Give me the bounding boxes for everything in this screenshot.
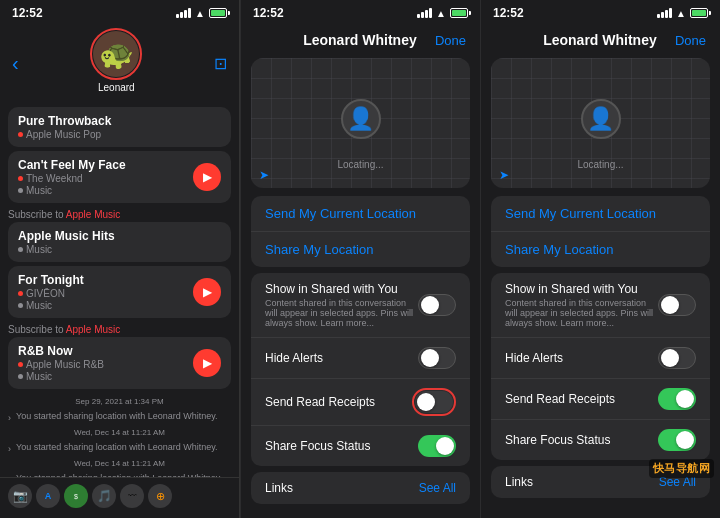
links-label: Links — [505, 475, 533, 489]
settings-section: Show in Shared with You Content shared i… — [491, 273, 710, 460]
setting-row-focus: Share Focus Status — [251, 426, 470, 466]
list-item[interactable]: Can't Feel My Face The Weeknd Music ▶ — [8, 151, 231, 203]
search-icon-btn[interactable]: ⊕ — [148, 484, 172, 508]
camera-icon-btn[interactable]: 📷 — [8, 484, 32, 508]
toggle-hide-alerts[interactable] — [658, 347, 696, 369]
toggle-highlight — [412, 388, 456, 416]
contact-detail-panel-2: 12:52 ▲ Leonard Whitney Done 👤 Locating.… — [240, 0, 480, 518]
battery-icon — [690, 8, 708, 18]
input-bar: 📷 A $ 🎵 〰 ⊕ — [0, 477, 239, 518]
toggle-read-receipts[interactable] — [415, 391, 453, 413]
done-button[interactable]: Done — [435, 33, 466, 48]
list-item[interactable]: Pure Throwback Apple Music Pop — [8, 107, 231, 147]
setting-row-shared: Show in Shared with You Content shared i… — [491, 273, 710, 338]
send-location-button[interactable]: Send My Current Location — [251, 196, 470, 232]
wifi-icon: ▲ — [676, 8, 686, 19]
arrow-icon: › — [8, 444, 11, 454]
setting-row-shared: Show in Shared with You Content shared i… — [251, 273, 470, 338]
music-icon-btn[interactable]: 🎵 — [92, 484, 116, 508]
list-item[interactable]: Apple Music Hits Music — [8, 222, 231, 262]
locating-label: Locating... — [337, 159, 383, 170]
setting-row-focus: Share Focus Status — [491, 420, 710, 460]
nav-right-icons: ⊡ — [214, 54, 227, 73]
contact-title: Leonard Whitney — [303, 32, 417, 48]
status-bar: 12:52 ▲ — [481, 0, 720, 24]
toggle-focus-status[interactable] — [658, 429, 696, 451]
music-dot — [18, 188, 23, 193]
arrow-icon: › — [8, 413, 11, 423]
watermark: 快马导航网 — [649, 459, 715, 478]
battery-icon — [450, 8, 468, 18]
location-actions: Send My Current Location Share My Locati… — [251, 196, 470, 267]
done-button[interactable]: Done — [675, 33, 706, 48]
location-actions: Send My Current Location Share My Locati… — [491, 196, 710, 267]
signal-icon — [176, 8, 191, 18]
toggle-shared-with-you[interactable] — [418, 294, 456, 316]
toggle-read-receipts[interactable] — [658, 388, 696, 410]
play-button[interactable]: ▶ — [193, 163, 221, 191]
links-row: Links See All — [251, 472, 470, 504]
back-button[interactable]: ‹ — [12, 52, 19, 75]
see-all-button[interactable]: See All — [419, 481, 456, 495]
video-icon[interactable]: ⊡ — [214, 54, 227, 73]
appstore-icon-btn[interactable]: A — [36, 484, 60, 508]
status-time: 12:52 — [253, 6, 284, 20]
status-bar: 12:52 ▲ — [241, 0, 480, 24]
map-avatar: 👤 — [341, 99, 381, 139]
avatar-emoji: 🐢 — [99, 38, 134, 71]
avatar-area[interactable]: 🐢 Leonard — [90, 28, 142, 99]
signal-icon — [657, 8, 672, 18]
map-area: 👤 Locating... ➤ — [491, 58, 710, 188]
share-location-button[interactable]: Share My Location — [251, 232, 470, 267]
toggle-shared-with-you[interactable] — [658, 294, 696, 316]
map-area: 👤 Locating... ➤ — [251, 58, 470, 188]
notification-item: › You started sharing location with Leon… — [8, 439, 231, 457]
contact-name-small: Leonard — [90, 82, 142, 93]
status-bar: 12:52 ▲ — [0, 0, 239, 24]
music-dot — [18, 374, 23, 379]
notification-item: › You started sharing location with Leon… — [8, 408, 231, 426]
avatar: 🐢 — [93, 31, 139, 77]
setting-row-hide-alerts: Hide Alerts — [251, 338, 470, 379]
music-dot — [18, 132, 23, 137]
play-button[interactable]: ▶ — [193, 349, 221, 377]
links-label: Links — [265, 481, 293, 495]
contact-nav: Leonard Whitney Done — [481, 24, 720, 54]
person-icon: 👤 — [347, 106, 374, 132]
settings-section: Show in Shared with You Content shared i… — [251, 273, 470, 466]
subscribe-label: Subscribe to Apple Music — [8, 209, 231, 220]
wifi-icon: ▲ — [436, 8, 446, 19]
music-dot — [18, 247, 23, 252]
send-location-button[interactable]: Send My Current Location — [491, 196, 710, 232]
share-location-button[interactable]: Share My Location — [491, 232, 710, 267]
toggle-hide-alerts[interactable] — [418, 347, 456, 369]
wifi-icon: ▲ — [195, 8, 205, 19]
location-arrow-icon: ➤ — [259, 168, 269, 182]
toggle-focus-status[interactable] — [418, 435, 456, 457]
contact-title: Leonard Whitney — [543, 32, 657, 48]
music-dot — [18, 176, 23, 181]
contact-detail-panel-3: 12:52 ▲ Leonard Whitney Done 👤 Locating.… — [480, 0, 720, 518]
setting-row-read-receipts: Send Read Receipts — [251, 379, 470, 426]
subscribe-label: Subscribe to Apple Music — [8, 324, 231, 335]
person-icon: 👤 — [587, 106, 614, 132]
signal-icon — [417, 8, 432, 18]
battery-icon — [209, 8, 227, 18]
wave-icon-btn[interactable]: 〰 — [120, 484, 144, 508]
status-indicators: ▲ — [657, 8, 708, 19]
status-indicators: ▲ — [176, 8, 227, 19]
status-time: 12:52 — [493, 6, 524, 20]
message-list: Pure Throwback Apple Music Pop Can't Fee… — [0, 105, 239, 391]
cash-icon-btn[interactable]: $ — [64, 484, 88, 508]
status-time: 12:52 — [12, 6, 43, 20]
music-dot — [18, 362, 23, 367]
status-indicators: ▲ — [417, 8, 468, 19]
list-item[interactable]: For Tonight GIVĒON Music ▶ — [8, 266, 231, 318]
music-dot — [18, 291, 23, 296]
imessage-panel: 12:52 ▲ ‹ 🐢 Leonard — [0, 0, 240, 518]
list-item[interactable]: R&B Now Apple Music R&B Music ▶ — [8, 337, 231, 389]
location-arrow-icon: ➤ — [499, 168, 509, 182]
music-dot — [18, 303, 23, 308]
play-button[interactable]: ▶ — [193, 278, 221, 306]
avatar-highlight: 🐢 — [90, 28, 142, 80]
